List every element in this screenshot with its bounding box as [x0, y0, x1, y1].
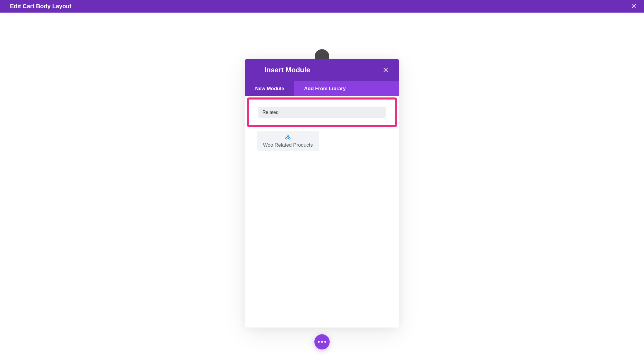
tab-new-module[interactable]: New Module: [245, 81, 294, 96]
modal-close-button[interactable]: [381, 66, 390, 74]
svg-point-1: [286, 138, 287, 139]
modal-header: Insert Module: [245, 59, 399, 81]
insert-module-modal: Insert Module New Module Add From Librar…: [245, 59, 399, 328]
tab-add-from-library[interactable]: Add From Library: [294, 81, 356, 96]
page-title: Edit Cart Body Layout: [10, 3, 71, 10]
search-highlight-box: [247, 97, 397, 127]
ellipsis-icon: [318, 341, 326, 343]
module-label: Woo Related Products: [263, 142, 313, 148]
admin-top-bar: Edit Cart Body Layout: [0, 0, 644, 13]
modal-tabs: New Module Add From Library: [245, 81, 399, 96]
builder-settings-fab[interactable]: [314, 334, 330, 349]
module-item-woo-related-products[interactable]: Woo Related Products: [257, 131, 319, 151]
module-search-input[interactable]: [258, 107, 386, 118]
page-close-button[interactable]: [630, 2, 638, 11]
close-icon: [631, 4, 636, 9]
close-icon: [383, 67, 388, 73]
modal-title: Insert Module: [265, 66, 381, 74]
svg-point-2: [289, 138, 290, 139]
module-results-grid: Woo Related Products: [245, 128, 399, 154]
editor-canvas: Insert Module New Module Add From Librar…: [0, 13, 644, 360]
svg-point-0: [287, 135, 289, 137]
module-icon: [285, 134, 291, 140]
modal-body: Woo Related Products: [245, 97, 399, 328]
